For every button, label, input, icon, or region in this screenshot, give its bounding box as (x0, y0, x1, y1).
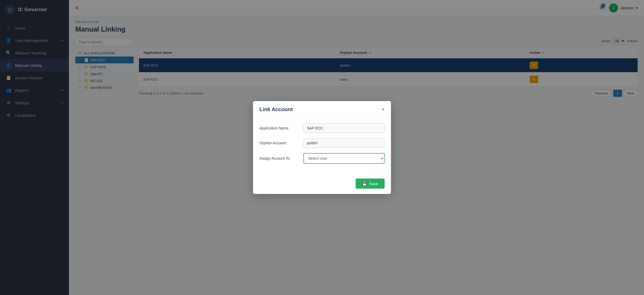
orphan-account-field[interactable] (303, 138, 385, 148)
app-name-label: Application Name (259, 126, 299, 130)
modal-body: Application Name Orphan Account Assign A… (253, 117, 391, 175)
save-icon: 💾 (362, 181, 367, 186)
save-label: Save (369, 181, 378, 186)
assign-user-select[interactable]: Select User (303, 153, 385, 164)
assign-account-row: Assign Account To Select User (259, 153, 385, 164)
modal-header: Link Account × (253, 101, 391, 117)
save-button[interactable]: 💾 Save (356, 179, 385, 189)
assign-label: Assign Account To (259, 156, 299, 160)
modal-close-button[interactable]: × (382, 107, 385, 112)
app-name-row: Application Name (259, 123, 385, 133)
orphan-account-row: Orphan Account (259, 138, 385, 148)
modal-footer: 💾 Save (253, 175, 391, 194)
link-account-modal: Link Account × Application Name Orphan A… (253, 101, 391, 194)
app-name-field[interactable] (303, 123, 385, 133)
modal-overlay[interactable]: Link Account × Application Name Orphan A… (69, 0, 644, 295)
orphan-account-label: Orphan Account (259, 141, 299, 145)
main-area: ≡ ✉ 1 J Jackson ▾ Manual Linking Manual … (69, 0, 644, 295)
modal-title: Link Account (259, 106, 293, 112)
